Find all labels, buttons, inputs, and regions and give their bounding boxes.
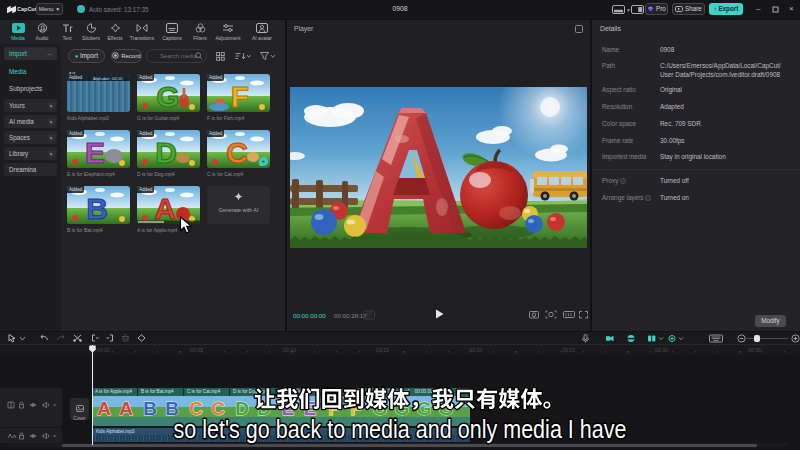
- svg-text:so let's go back to media and: so let's go back to media and only media…: [174, 414, 627, 444]
